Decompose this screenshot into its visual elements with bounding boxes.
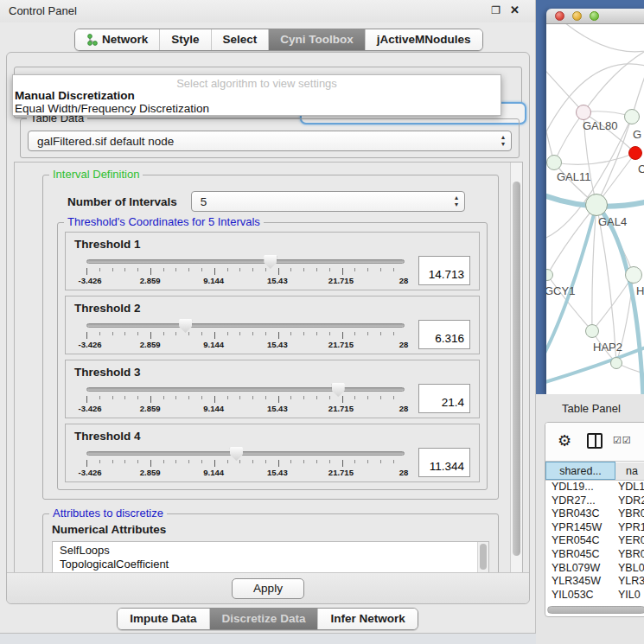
network-node[interactable] xyxy=(628,146,642,160)
table-cell[interactable]: YBR0 xyxy=(615,507,644,521)
tick-label: 15.43 xyxy=(267,404,288,413)
table-cell[interactable]: YER0 xyxy=(615,534,644,548)
table-cell[interactable]: YIL0 xyxy=(615,589,644,603)
table-cell[interactable]: YDR2 xyxy=(615,494,644,508)
tick-label: 28 xyxy=(399,404,409,413)
table-cell[interactable]: YBL0 xyxy=(615,562,644,576)
table-row[interactable]: YIL053CYIL0 xyxy=(545,589,644,603)
slider-thumb[interactable] xyxy=(230,447,243,461)
tab-style-label: Style xyxy=(171,33,199,46)
table-cell[interactable]: YBR045C xyxy=(545,548,615,562)
table-row[interactable]: YBR045CYBR0 xyxy=(545,548,644,562)
apply-button[interactable]: Apply xyxy=(232,578,304,599)
minimize-traffic-light-icon[interactable] xyxy=(572,11,582,21)
table-cell[interactable]: YPR1 xyxy=(615,521,644,535)
table-row[interactable]: YDL19...YDL1 xyxy=(545,481,644,494)
table-row[interactable]: YDR27...YDR2 xyxy=(545,494,644,508)
network-node[interactable] xyxy=(624,109,640,124)
table-cell[interactable]: YDR27... xyxy=(545,494,615,508)
slider-track[interactable] xyxy=(86,323,405,328)
table-cell[interactable]: YDL1 xyxy=(615,481,644,494)
tab-network[interactable]: Network xyxy=(75,29,160,50)
table-data-combobox[interactable]: galFiltered.sif default node ▴▾ xyxy=(28,131,512,151)
slider-thumb[interactable] xyxy=(332,383,345,397)
threshold-1-slider[interactable]: -3.426 2.859 9.144 15.43 21.715 28 xyxy=(86,256,405,285)
threshold-2-slider[interactable]: -3.426 2.859 9.144 15.43 21.715 28 xyxy=(86,320,405,349)
settings-scrollbar-thumb[interactable] xyxy=(513,182,520,556)
threshold-3-slider[interactable]: -3.426 2.859 9.144 15.43 21.715 28 xyxy=(86,384,405,413)
tab-discretize-data[interactable]: Discretize Data xyxy=(210,609,319,629)
threshold-4-slider[interactable]: -3.426 2.859 9.144 15.43 21.715 28 xyxy=(86,448,405,477)
table-cell[interactable]: YPR145W xyxy=(545,521,615,535)
slider-thumb[interactable] xyxy=(179,319,192,333)
threshold-4-value-field[interactable] xyxy=(418,448,470,477)
network-edge[interactable] xyxy=(554,112,583,163)
threshold-3-value-field[interactable] xyxy=(418,384,470,413)
network-edge[interactable] xyxy=(547,275,592,331)
table-cell[interactable]: YBR043C xyxy=(545,507,615,521)
threshold-1-panel: Threshold 1 -3.426 2.859 xyxy=(65,232,480,290)
network-node[interactable] xyxy=(546,155,562,170)
settings-scrollbar[interactable] xyxy=(510,163,522,573)
attribute-item[interactable]: SelfLoops xyxy=(60,544,488,558)
network-node[interactable] xyxy=(576,105,591,120)
tab-infer-network[interactable]: Infer Network xyxy=(318,609,417,629)
table-cell[interactable]: YLR345W xyxy=(545,575,615,589)
threshold-1-value-field[interactable] xyxy=(418,256,470,285)
network-edge[interactable] xyxy=(560,24,644,52)
table-cell[interactable]: YER054C xyxy=(545,534,615,548)
tab-impute-data[interactable]: Impute Data xyxy=(118,609,209,629)
network-node[interactable] xyxy=(585,194,608,216)
network-node[interactable] xyxy=(610,357,622,369)
gear-icon[interactable]: ⚙ xyxy=(558,431,571,450)
table-horizontal-scrollbar[interactable] xyxy=(547,606,644,614)
table-cell[interactable]: YBR0 xyxy=(615,548,644,562)
table-cell[interactable]: YIL053C xyxy=(545,589,615,603)
column-header-shared-name[interactable]: shared... xyxy=(545,462,615,480)
network-edge[interactable] xyxy=(583,45,644,112)
network-edge[interactable] xyxy=(632,50,644,117)
table-row[interactable]: YER054CYER0 xyxy=(545,534,644,548)
close-icon[interactable]: ✕ xyxy=(510,3,520,16)
attributes-scrollbar[interactable] xyxy=(477,542,488,574)
tab-cyni-toolbox[interactable]: Cyni Toolbox xyxy=(269,29,366,50)
slider-track[interactable] xyxy=(86,259,405,264)
table-cell[interactable]: YDL19... xyxy=(545,481,615,494)
tab-style[interactable]: Style xyxy=(160,29,211,50)
network-edge[interactable] xyxy=(546,64,644,145)
slider-track[interactable] xyxy=(86,387,405,392)
select-checkboxes-icon[interactable]: ☑☑ xyxy=(613,435,632,446)
tab-jactivemnodules[interactable]: jActiveMNodules xyxy=(366,29,482,50)
network-edge[interactable] xyxy=(547,205,596,275)
number-of-intervals-combobox[interactable]: 5 ▴▾ xyxy=(191,191,465,212)
table-row[interactable]: YBL079WYBL0 xyxy=(545,562,644,576)
table-cell[interactable]: YLR3 xyxy=(615,575,644,589)
network-edge[interactable] xyxy=(546,64,583,112)
network-node[interactable] xyxy=(625,266,642,284)
threshold-2-value-field[interactable] xyxy=(418,320,470,349)
zoom-traffic-light-icon[interactable] xyxy=(590,11,599,21)
slider-track[interactable] xyxy=(86,451,405,456)
table-cell[interactable]: YBL079W xyxy=(545,562,615,576)
numerical-attributes-list[interactable]: SelfLoops TopologicalCoefficient Between… xyxy=(52,541,489,574)
network-edge[interactable] xyxy=(592,275,634,331)
float-window-icon[interactable]: ❐ xyxy=(491,4,501,16)
network-edge[interactable] xyxy=(554,153,635,164)
network-canvas[interactable]: GAL80GCGAL11GAL4GCY1HHAP2 xyxy=(546,24,644,394)
table-row[interactable]: YBR043CYBR0 xyxy=(545,507,644,521)
network-node-label: HAP2 xyxy=(593,341,622,354)
network-node[interactable] xyxy=(585,324,599,338)
option-equal-width-frequency[interactable]: Equal Width/Frequency Discretization xyxy=(13,102,501,115)
option-manual-discretization[interactable]: Manual Discretization xyxy=(13,89,501,102)
slider-thumb[interactable] xyxy=(264,255,277,269)
algorithm-hint-option[interactable]: Select algorithm to view settings xyxy=(13,75,501,89)
network-node-label: GAL80 xyxy=(583,119,617,132)
columns-icon[interactable] xyxy=(587,433,603,449)
table-row[interactable]: YPR145WYPR1 xyxy=(545,521,644,535)
close-traffic-light-icon[interactable] xyxy=(555,11,564,21)
column-header-name[interactable]: na xyxy=(615,462,644,480)
threshold-1-label: Threshold 1 xyxy=(74,238,470,251)
tab-select[interactable]: Select xyxy=(212,29,270,50)
attribute-item[interactable]: TopologicalCoefficient xyxy=(60,558,488,571)
table-row[interactable]: YLR345WYLR3 xyxy=(545,575,644,589)
